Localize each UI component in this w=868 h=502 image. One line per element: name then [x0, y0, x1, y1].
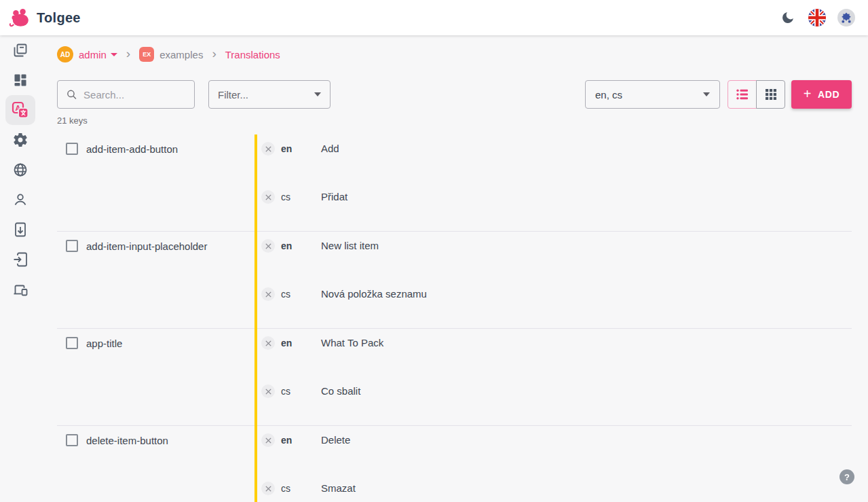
languages-select[interactable]: en, cs: [585, 80, 720, 109]
main-content: AD admin › EX examples › Translations Fi…: [41, 35, 868, 502]
untranslated-state-icon: [261, 482, 275, 495]
sidebar-item-import[interactable]: [5, 245, 35, 274]
language-code: en: [281, 336, 301, 348]
sidebar-item-members[interactable]: [5, 185, 35, 215]
translation-text[interactable]: Co sbalit: [321, 384, 360, 397]
filter-select[interactable]: Filter...: [208, 80, 331, 109]
filter-placeholder: Filter...: [218, 89, 248, 101]
untranslated-state-icon: [261, 384, 275, 398]
untranslated-state-icon: [261, 336, 275, 350]
sidebar-item-settings[interactable]: [5, 125, 35, 155]
sidebar-item-translations[interactable]: A: [5, 95, 35, 125]
key-name[interactable]: add-item-add-button: [86, 143, 178, 155]
organization-avatar[interactable]: AD: [57, 46, 73, 62]
row-checkbox[interactable]: [66, 143, 78, 155]
translation-text[interactable]: New list item: [321, 239, 379, 251]
translation-cell[interactable]: en What To Pack: [254, 329, 852, 377]
translations-icon: A: [12, 101, 29, 119]
language-menu-button[interactable]: [808, 8, 827, 27]
translation-cell[interactable]: en New list item: [254, 232, 852, 280]
breadcrumb: AD admin › EX examples › Translations: [57, 43, 852, 65]
translation-cell[interactable]: cs Co sbalit: [254, 377, 852, 425]
toolbar: Filter... en, cs: [57, 80, 852, 109]
dashboard-icon: [12, 72, 29, 88]
theme-toggle-button[interactable]: [778, 8, 797, 27]
row-checkbox[interactable]: [66, 240, 78, 252]
search-input[interactable]: [83, 89, 186, 101]
translation-text[interactable]: Nová položka seznamu: [321, 287, 427, 300]
translation-text[interactable]: Add: [321, 142, 339, 154]
translations-cell: en New list item cs Nová položka seznamu: [254, 232, 852, 328]
breadcrumb-separator: ›: [212, 47, 216, 62]
translations-table: add-item-add-button en Add cs Přidat add…: [57, 135, 852, 502]
breadcrumb-organization[interactable]: admin: [79, 49, 107, 60]
translation-cell[interactable]: cs Smazat: [254, 474, 852, 502]
sidebar-item-export[interactable]: [5, 215, 35, 245]
breadcrumb-project[interactable]: examples: [159, 49, 203, 60]
untranslated-state-icon: [261, 433, 275, 447]
tolgee-mouse-logo-icon: [8, 7, 31, 28]
chevron-down-icon: [703, 92, 710, 96]
breadcrumb-page-translations: Translations: [225, 49, 280, 60]
import-icon: [12, 251, 29, 268]
translation-text[interactable]: Smazat: [321, 482, 356, 494]
language-code: en: [281, 142, 301, 154]
list-view-button[interactable]: [728, 80, 757, 109]
help-button[interactable]: ?: [839, 469, 854, 484]
settings-icon: [12, 132, 29, 148]
languages-value: en, cs: [595, 89, 622, 101]
view-toggle-group: [728, 80, 785, 109]
integrate-icon: [12, 281, 29, 298]
sidebar-item-dashboard[interactable]: [5, 65, 35, 95]
export-icon: [12, 221, 29, 238]
translation-text[interactable]: Přidat: [321, 190, 347, 202]
translations-cell: en Delete cs Smazat: [254, 426, 852, 502]
sidebar-item-integrate[interactable]: [5, 274, 35, 304]
untranslated-state-icon: [261, 239, 275, 253]
table-row: app-title en What To Pack cs Co sbalit: [57, 329, 852, 426]
chevron-down-icon[interactable]: [111, 53, 117, 56]
table-row: add-item-input-placeholder en New list i…: [57, 232, 852, 329]
language-code: cs: [281, 287, 301, 300]
app-header: Tolgee: [0, 0, 868, 35]
language-code: en: [281, 433, 301, 446]
search-input-wrapper[interactable]: [57, 80, 195, 109]
key-cell[interactable]: add-item-add-button: [57, 135, 254, 231]
translation-text[interactable]: Delete: [321, 433, 350, 446]
language-code: en: [281, 239, 301, 251]
moon-icon: [780, 10, 795, 25]
untranslated-state-icon: [261, 287, 275, 301]
key-name[interactable]: app-title: [86, 337, 122, 349]
user-avatar: [837, 9, 855, 26]
key-cell[interactable]: add-item-input-placeholder: [57, 232, 254, 328]
grid-view-icon: [763, 86, 779, 103]
language-code: cs: [281, 384, 301, 397]
translations-cell: en What To Pack cs Co sbalit: [254, 329, 852, 425]
row-checkbox[interactable]: [66, 337, 78, 349]
key-cell[interactable]: app-title: [57, 329, 254, 425]
key-name[interactable]: add-item-input-placeholder: [86, 240, 207, 252]
add-key-button[interactable]: + ADD: [791, 80, 852, 109]
translations-cell: en Add cs Přidat: [254, 135, 852, 231]
translation-cell[interactable]: en Add: [254, 135, 852, 183]
app-logo[interactable]: Tolgee: [8, 7, 81, 28]
row-checkbox[interactable]: [66, 434, 78, 446]
translation-cell[interactable]: cs Nová položka seznamu: [254, 280, 852, 328]
sidebar-item-projects[interactable]: [5, 35, 35, 65]
sidebar-item-languages[interactable]: [5, 155, 35, 185]
list-view-icon: [734, 86, 751, 103]
project-avatar[interactable]: EX: [139, 47, 154, 62]
key-cell[interactable]: delete-item-button: [57, 426, 254, 502]
grid-view-button[interactable]: [756, 80, 785, 109]
translation-cell[interactable]: en Delete: [254, 426, 852, 474]
user-menu-button[interactable]: [837, 8, 856, 27]
language-code: cs: [281, 482, 301, 494]
translation-cell[interactable]: cs Přidat: [254, 183, 852, 231]
search-icon: [66, 88, 77, 101]
add-button-label: ADD: [818, 89, 839, 100]
translation-text[interactable]: What To Pack: [321, 336, 383, 348]
uk-flag-icon: [808, 9, 826, 26]
untranslated-state-icon: [261, 142, 275, 156]
key-name[interactable]: delete-item-button: [86, 434, 168, 446]
app-title: Tolgee: [37, 10, 81, 26]
